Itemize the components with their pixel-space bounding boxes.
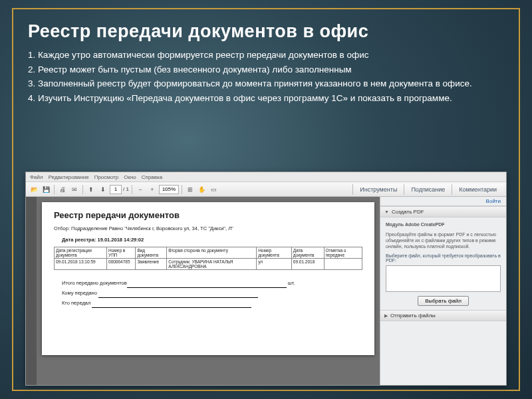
cell-party: Сотрудник: УВАРИНА НАТАЛЬЯ АЛЕКСАНДРОВНА bbox=[167, 259, 257, 270]
point-1: 1. Каждое утро автоматически формируется… bbox=[28, 49, 504, 62]
col-mark: Отметка о передаче bbox=[324, 247, 362, 259]
cell-num: ул bbox=[257, 259, 292, 270]
side-panel: Войти ▼ Создать PDF Модуль Adobe CreateP… bbox=[380, 197, 506, 385]
point-3: 3. Заполненный реестр будет формироватьс… bbox=[28, 77, 504, 90]
slide-title: Реестр передачи документов в офис bbox=[28, 21, 504, 42]
app-body: Реестр передачи документов Отбор: Подраз… bbox=[26, 197, 506, 385]
separator bbox=[182, 185, 182, 194]
filter-value: Подразделение Равно "Челябинск г, Воровс… bbox=[71, 225, 233, 231]
table-row: 09.01.2018 13:10:59 000064785 Заявление … bbox=[55, 259, 362, 270]
toolbar: 📂 💾 🖨 ✉ ⬆ ⬇ / 1 − + ⊞ ✋ ▭ Инструменты По… bbox=[26, 182, 506, 197]
regdate-label: Дата реестра: bbox=[62, 237, 96, 243]
point-2: 2. Реестр может быть пустым (без внесенн… bbox=[28, 63, 504, 76]
page-next-icon[interactable]: ⬇ bbox=[98, 184, 108, 195]
separator bbox=[82, 185, 83, 194]
total-label: Итого передано документов bbox=[62, 280, 127, 286]
cell-kind: Заявление bbox=[136, 259, 167, 270]
open-icon[interactable]: 📂 bbox=[29, 184, 39, 195]
page-number-input[interactable] bbox=[110, 185, 122, 194]
menu-file[interactable]: Файл bbox=[30, 174, 43, 180]
point-4: 4. Изучить Инструкцию «Передача документ… bbox=[28, 92, 504, 105]
pdf-reader-window: Файл Редактирование Просмотр Окно Справк… bbox=[25, 172, 507, 386]
doc-regdate: Дата реестра: 19.01.2018 14:29:02 bbox=[62, 237, 362, 243]
document-page: Реестр передачи документов Отбор: Подраз… bbox=[42, 202, 374, 355]
page-total: / 1 bbox=[123, 186, 129, 192]
file-dropzone[interactable] bbox=[386, 265, 501, 292]
total-unit: шт. bbox=[288, 280, 295, 286]
chevron-right-icon: ▶ bbox=[384, 313, 388, 319]
page-prev-icon[interactable]: ⬆ bbox=[86, 184, 96, 195]
print-icon[interactable]: 🖨 bbox=[57, 184, 68, 195]
tab-sign[interactable]: Подписание bbox=[404, 184, 452, 195]
cell-mark bbox=[324, 259, 362, 270]
module-title: Модуль Adobe CreatePDF bbox=[386, 221, 501, 227]
panel-create-label: Создать PDF bbox=[392, 209, 424, 215]
panel-send-files[interactable]: ▶ Отправить файлы bbox=[380, 310, 506, 321]
hand-icon[interactable]: ✋ bbox=[197, 184, 207, 195]
doc-filter: Отбор: Подразделение Равно "Челябинск г,… bbox=[54, 225, 362, 231]
panel-create-pdf[interactable]: ▼ Создать PDF bbox=[380, 206, 506, 217]
panel-send-label: Отправить файлы bbox=[390, 313, 436, 319]
separator bbox=[132, 185, 132, 194]
separator bbox=[54, 185, 55, 194]
to-label: Кому передано bbox=[62, 290, 97, 296]
module-text: Преобразуйте файлы в формат PDF и с легк… bbox=[386, 231, 501, 249]
col-regdate: Дата регистрации документа bbox=[55, 247, 107, 259]
left-rail[interactable] bbox=[26, 197, 37, 385]
tool-icon[interactable]: ⊞ bbox=[185, 184, 196, 195]
cell-date: 09.01.2018 bbox=[291, 259, 324, 270]
regdate-value: 19.01.2018 14:29:02 bbox=[97, 237, 144, 243]
menu-help[interactable]: Справка bbox=[142, 174, 162, 180]
slide-points: 1. Каждое утро автоматически формируется… bbox=[28, 49, 504, 104]
cell-upp: 000064785 bbox=[107, 259, 136, 270]
col-party: Вторая сторона по документу bbox=[167, 247, 257, 259]
zoom-in-icon[interactable]: + bbox=[147, 184, 158, 195]
registry-table: Дата регистрации документа Номер в УПП В… bbox=[54, 247, 362, 270]
col-num: Номер документа bbox=[257, 247, 292, 259]
totals-block: Итого передано документов шт. Кому перед… bbox=[62, 278, 362, 308]
doc-heading: Реестр передачи документов bbox=[54, 210, 362, 220]
tab-comments[interactable]: Комментарии bbox=[452, 184, 503, 195]
document-area[interactable]: Реестр передачи документов Отбор: Подраз… bbox=[37, 197, 380, 385]
filter-label: Отбор: bbox=[54, 225, 70, 231]
zoom-input[interactable] bbox=[159, 185, 179, 194]
toolbar-right-tabs: Инструменты Подписание Комментарии bbox=[352, 184, 503, 195]
by-label: Кто передал bbox=[62, 300, 90, 306]
menu-window[interactable]: Окно bbox=[124, 174, 136, 180]
col-kind: Вид документа bbox=[136, 247, 167, 259]
chevron-down-icon: ▼ bbox=[384, 209, 389, 214]
zoom-out-icon[interactable]: − bbox=[135, 184, 146, 195]
select-icon[interactable]: ▭ bbox=[209, 184, 219, 195]
menu-edit[interactable]: Редактирование bbox=[49, 174, 89, 180]
save-icon[interactable]: 💾 bbox=[41, 184, 51, 195]
mail-icon[interactable]: ✉ bbox=[69, 184, 80, 195]
cell-regdate: 09.01.2018 13:10:59 bbox=[55, 259, 107, 270]
panel-create-body: Модуль Adobe CreatePDF Преобразуйте файл… bbox=[380, 217, 506, 310]
table-header-row: Дата регистрации документа Номер в УПП В… bbox=[55, 247, 362, 259]
col-upp: Номер в УПП bbox=[107, 247, 136, 259]
tab-tools[interactable]: Инструменты bbox=[352, 184, 404, 195]
pick-file-button[interactable]: Выбрать файл bbox=[418, 296, 469, 306]
pick-hint: Выберите файл, который требуется преобра… bbox=[386, 253, 501, 263]
menu-view[interactable]: Просмотр bbox=[94, 174, 119, 180]
menubar: Файл Редактирование Просмотр Окно Справк… bbox=[26, 172, 506, 182]
login-link[interactable]: Войти bbox=[380, 197, 506, 206]
col-date: Дата документа bbox=[291, 247, 324, 259]
